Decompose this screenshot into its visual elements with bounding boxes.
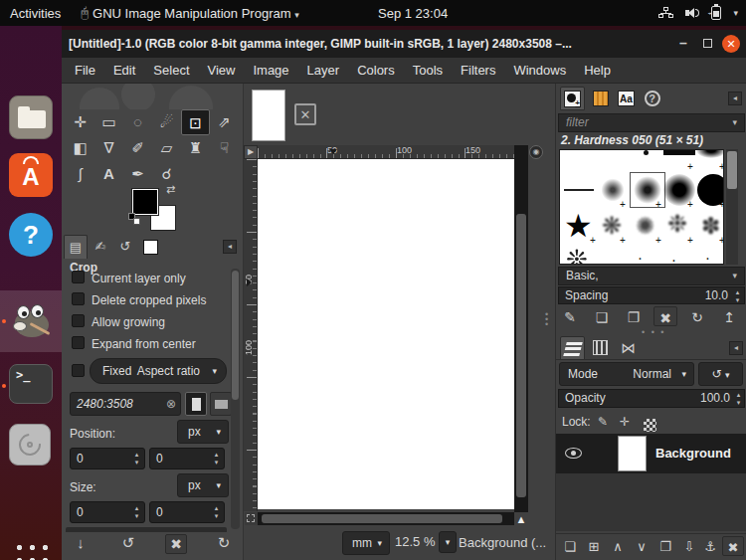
- size-unit-dropdown[interactable]: px ▾: [177, 473, 229, 497]
- merge-layer-button[interactable]: ⇩: [678, 536, 700, 558]
- dock-splitter-handle[interactable]: •••: [545, 312, 549, 327]
- checkbox-allow-growing[interactable]: [72, 314, 85, 327]
- layer-list-empty-area[interactable]: [556, 473, 746, 531]
- checkbox-fixed[interactable]: [72, 364, 85, 377]
- collapse-layers-button[interactable]: ◂: [729, 341, 743, 355]
- ruler-corner-menu-button[interactable]: ▶: [244, 145, 258, 159]
- layer-visibility-eye-icon[interactable]: [565, 448, 582, 459]
- title-bar[interactable]: [Untitled]-1.0 (RGB color 8-bit gamma in…: [62, 30, 746, 58]
- refresh-brushes-button[interactable]: ↻: [685, 306, 709, 328]
- duplicate-layer-button[interactable]: ❐: [654, 536, 676, 558]
- menu-select[interactable]: Select: [144, 58, 198, 84]
- dock-item-firefox[interactable]: [9, 38, 53, 82]
- brush-spacing-slider[interactable]: Spacing 10.0 ▴▾: [558, 286, 745, 304]
- brush-tag-dropdown[interactable]: Basic, ▾: [558, 267, 745, 285]
- unit-dropdown[interactable]: mm ▾: [342, 531, 390, 555]
- tab-fonts[interactable]: Aa: [614, 87, 639, 110]
- color-picker-tool[interactable]: ✒: [123, 161, 152, 187]
- menu-file[interactable]: File: [66, 58, 104, 84]
- open-brush-button[interactable]: ↥: [717, 306, 741, 328]
- layer-mode-switch-button[interactable]: ↺ ▾: [698, 362, 743, 386]
- gradient-tool[interactable]: ◧: [66, 135, 94, 161]
- restore-tool-preset-button[interactable]: ↺: [117, 534, 139, 552]
- system-tray[interactable]: ⌁ ▾: [658, 6, 738, 20]
- checkbox-delete-cropped-pixels[interactable]: [72, 292, 85, 305]
- paths-tool[interactable]: ∫: [66, 161, 94, 187]
- menu-colors[interactable]: Colors: [348, 58, 404, 84]
- layer-row-background[interactable]: Background: [556, 434, 746, 473]
- landscape-orientation-button[interactable]: [210, 392, 232, 416]
- brush-item[interactable]: [696, 149, 724, 158]
- vertical-ruler[interactable]: 50 100: [244, 159, 258, 511]
- opacity-slider[interactable]: Opacity 100.0 ▴▾: [558, 389, 745, 408]
- vertical-scrollbar[interactable]: [514, 145, 528, 512]
- lower-layer-button[interactable]: ∨: [631, 536, 653, 558]
- horizontal-scrollbar-thumb[interactable]: [262, 514, 502, 523]
- dock-item-files[interactable]: [9, 95, 53, 139]
- raise-layer-button[interactable]: ∧: [607, 536, 629, 558]
- brush-item-texture[interactable]: ✺: [636, 214, 654, 238]
- horizontal-scrollbar[interactable]: [258, 512, 514, 525]
- tab-undo-history[interactable]: ↺: [113, 235, 137, 259]
- image-tab-thumbnail[interactable]: [252, 90, 285, 141]
- dock-item-backups[interactable]: [9, 424, 53, 467]
- minimize-button[interactable]: –: [672, 30, 694, 58]
- dock-item-software[interactable]: A: [9, 153, 53, 197]
- new-brush-button[interactable]: ❏: [590, 306, 614, 328]
- quick-mask-toggle[interactable]: [245, 512, 258, 525]
- layer-name[interactable]: Background: [655, 446, 731, 461]
- brush-item[interactable]: [644, 150, 649, 155]
- menu-image[interactable]: Image: [244, 58, 297, 84]
- maximize-button[interactable]: [696, 30, 718, 58]
- image-canvas[interactable]: [258, 159, 514, 509]
- brush-item-star[interactable]: ★: [564, 210, 593, 242]
- close-button[interactable]: ✕: [720, 30, 742, 58]
- aspect-ratio-input[interactable]: 2480:3508 ⊗: [70, 392, 181, 416]
- menu-edit[interactable]: Edit: [104, 58, 144, 84]
- vertical-scrollbar-thumb[interactable]: [516, 214, 526, 497]
- position-y-field[interactable]: 0 ▴▾: [149, 448, 225, 469]
- tab-device-status[interactable]: ✍: [89, 235, 112, 259]
- save-tool-preset-button[interactable]: ↓: [70, 534, 92, 551]
- layer-mode-dropdown[interactable]: Mode Normal ▾: [559, 362, 694, 386]
- fuzzy-select-tool[interactable]: ☄: [152, 109, 181, 135]
- tab-paths[interactable]: ⋈: [616, 336, 641, 360]
- menu-filters[interactable]: Filters: [452, 58, 504, 84]
- delete-layer-button[interactable]: ✖: [722, 536, 744, 556]
- clear-input-icon[interactable]: ⊗: [166, 393, 176, 415]
- zoom-dropdown-button[interactable]: ▾: [439, 531, 457, 553]
- dialog-splitter-handle[interactable]: • • •: [642, 329, 665, 335]
- clock[interactable]: Sep 1 23:04: [368, 6, 458, 21]
- dock-item-app-grid[interactable]: [9, 537, 53, 560]
- brush-item-specks[interactable]: ∴: [636, 254, 645, 265]
- position-unit-dropdown[interactable]: px ▾: [177, 420, 229, 444]
- free-select-tool[interactable]: ◌: [123, 109, 152, 135]
- new-layer-group-button[interactable]: ⊞: [583, 536, 605, 558]
- brush-item-texture[interactable]: ❉: [667, 212, 687, 236]
- collapse-panel-button[interactable]: ◂: [223, 240, 237, 254]
- activities-button[interactable]: Activities: [0, 6, 71, 21]
- dock-item-help[interactable]: ?: [9, 213, 53, 257]
- menu-help[interactable]: Help: [575, 58, 620, 84]
- tab-patterns[interactable]: [588, 87, 613, 110]
- bucket-fill-tool[interactable]: ∇: [94, 135, 123, 161]
- menu-windows[interactable]: Windows: [504, 58, 575, 84]
- layer-thumbnail[interactable]: [618, 436, 647, 471]
- image-tab-close[interactable]: ✕: [294, 103, 316, 125]
- zoom-follow-window-button[interactable]: ◉: [529, 145, 543, 159]
- smudge-tool[interactable]: ☟: [210, 135, 239, 161]
- horizontal-ruler[interactable]: 50 100 150 2: [258, 145, 528, 159]
- brush-grid[interactable]: + + + + + + ★ ❋ ✺ ❉ ✽ + +: [559, 149, 724, 265]
- checkbox-expand-from-center[interactable]: [72, 336, 85, 349]
- tab-tool-options[interactable]: ▤: [64, 235, 88, 259]
- text-tool[interactable]: A: [94, 161, 123, 187]
- tab-images[interactable]: [138, 235, 162, 259]
- edit-brush-button[interactable]: ✎: [558, 306, 582, 328]
- position-x-field[interactable]: 0 ▴▾: [70, 448, 145, 469]
- eraser-tool[interactable]: ▱: [152, 135, 181, 161]
- portrait-orientation-button[interactable]: [185, 392, 207, 416]
- tool-options-scrollbar[interactable]: [231, 269, 240, 529]
- tab-brushes[interactable]: +: [560, 87, 585, 110]
- menu-view[interactable]: View: [199, 58, 245, 84]
- brush-grid-scrollbar[interactable]: [726, 149, 738, 265]
